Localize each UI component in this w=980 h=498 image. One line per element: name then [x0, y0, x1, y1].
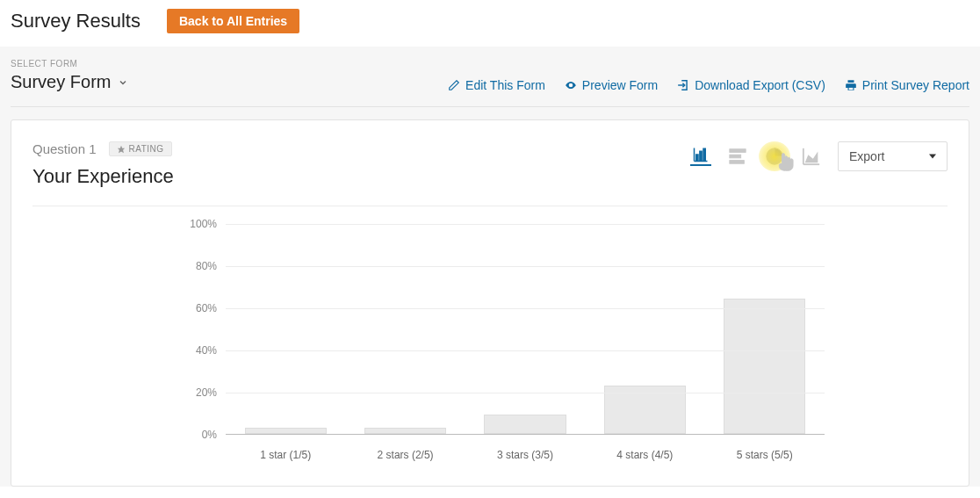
- svg-rect-6: [700, 151, 702, 161]
- chart-type-area-icon[interactable]: [801, 147, 822, 166]
- svg-marker-14: [929, 155, 936, 159]
- x-axis-label: 1 star (1/5): [232, 449, 340, 461]
- export-dropdown[interactable]: Export: [838, 141, 948, 171]
- bar: [364, 428, 446, 434]
- y-axis-label: 40%: [173, 344, 217, 357]
- select-form-label: SELECT FORM: [11, 59, 128, 69]
- question-card: Question 1 RATING Your Experience: [11, 119, 969, 487]
- chart-type-pie-icon[interactable]: [764, 147, 785, 166]
- export-icon: [677, 79, 689, 91]
- preview-form-label: Preview Form: [582, 78, 658, 92]
- star-icon: [117, 145, 126, 154]
- pencil-icon: [448, 79, 460, 91]
- gridline: [226, 266, 825, 267]
- svg-rect-5: [696, 155, 698, 161]
- svg-rect-8: [730, 149, 746, 153]
- y-axis-label: 80%: [173, 260, 217, 272]
- svg-marker-2: [117, 145, 124, 152]
- chart-type-bar-icon[interactable]: [690, 147, 711, 166]
- svg-rect-9: [730, 155, 741, 158]
- print-report-label: Print Survey Report: [862, 78, 969, 92]
- download-export-label: Download Export (CSV): [695, 78, 825, 92]
- question-number: Question 1: [32, 141, 97, 156]
- bar-chart: 1 star (1/5)2 stars (2/5)3 stars (3/5)4 …: [173, 224, 825, 470]
- x-axis-label: 2 stars (2/5): [351, 449, 459, 461]
- x-axis-label: 5 stars (5/5): [710, 449, 818, 461]
- x-axis-label: 4 stars (4/5): [591, 449, 699, 461]
- svg-point-0: [570, 84, 572, 86]
- y-axis-label: 20%: [173, 386, 217, 399]
- form-selector-dropdown[interactable]: Survey Form: [11, 72, 128, 92]
- question-title: Your Experience: [32, 165, 174, 188]
- y-axis-label: 0%: [173, 429, 217, 441]
- edit-form-label: Edit This Form: [465, 78, 545, 92]
- chevron-down-icon: [118, 77, 128, 88]
- question-type-label: RATING: [129, 144, 164, 154]
- selected-form-name: Survey Form: [11, 72, 111, 92]
- back-to-entries-button[interactable]: Back to All Entries: [167, 9, 299, 33]
- svg-rect-7: [703, 148, 705, 161]
- gridline: [226, 350, 825, 351]
- preview-form-link[interactable]: Preview Form: [565, 78, 658, 92]
- print-report-link[interactable]: Print Survey Report: [845, 78, 969, 92]
- y-axis-label: 100%: [173, 218, 217, 230]
- download-export-link[interactable]: Download Export (CSV): [677, 78, 825, 92]
- bar: [724, 299, 805, 434]
- gridline: [226, 224, 825, 225]
- svg-rect-10: [730, 161, 745, 164]
- question-type-badge: RATING: [109, 141, 172, 156]
- gridline: [226, 393, 825, 393]
- chart-type-horizontal-bar-icon[interactable]: [727, 147, 748, 166]
- bar: [484, 415, 566, 434]
- bar: [245, 428, 327, 434]
- eye-icon: [565, 79, 577, 91]
- y-axis-label: 60%: [173, 302, 217, 314]
- page-title: Survey Results: [11, 10, 141, 32]
- export-dropdown-label: Export: [849, 149, 884, 163]
- x-axis-label: 3 stars (3/5): [472, 449, 580, 461]
- edit-form-link[interactable]: Edit This Form: [448, 78, 545, 92]
- print-icon: [845, 79, 857, 91]
- gridline: [226, 308, 825, 309]
- caret-down-icon: [929, 153, 936, 160]
- svg-rect-1: [848, 88, 853, 90]
